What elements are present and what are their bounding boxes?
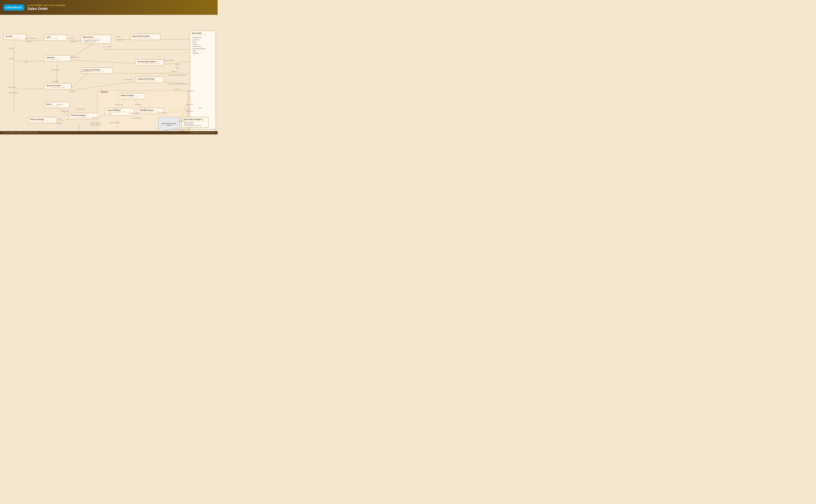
entity-product-category: Product Category ssot__ProductCategory__… xyxy=(69,113,99,119)
header-subtitle: CUSTOMER 360 DATA MODEL xyxy=(28,4,66,7)
header: salesforce CUSTOMER 360 DATA MODEL Sales… xyxy=(0,0,218,15)
diagram: Account ssot__Account__dlm Lead ssot__Le… xyxy=(0,15,218,134)
entity-opportunity: Opportunity ssot__Opportunity__dlm Engag… xyxy=(81,35,111,44)
rel-billed-to-2: billed to xyxy=(175,89,179,90)
rel-originated-in-2: originated in xyxy=(187,90,194,92)
entity-account-contact: Account Contact ssot__AccountContact__dl… xyxy=(44,83,71,89)
rel-belongs-to: belongs to xyxy=(57,123,63,124)
rel-primarily-bundled: primarily bundled in xyxy=(129,112,140,114)
rel-contains-2: contains xyxy=(58,118,62,120)
entity-master-product: Master Product ssot__MasterProduct__dlm xyxy=(119,93,146,99)
svg-line-8 xyxy=(69,44,93,58)
rel-results-in-2: results in xyxy=(107,46,112,47)
product-label: Product xyxy=(100,91,108,93)
footer: ©2022 Salesforce – Subject to change wit… xyxy=(0,131,218,134)
sfdc-note: Detailed Salesforce notation for product… xyxy=(170,129,216,130)
rel-marketed-as: marketed as xyxy=(62,110,69,112)
rel-ordered-person-2: ordered for person contacted via xyxy=(168,83,186,85)
svg-line-14 xyxy=(58,107,69,117)
rel-represented-by: represented by xyxy=(51,69,59,71)
rel-parent-category: Parent Category xyxy=(76,108,85,110)
salesforce-logo: salesforce xyxy=(3,4,24,11)
entity-lead: Lead ssot__Lead__dlm xyxy=(44,35,67,41)
rel-contains-3: contains xyxy=(198,107,202,109)
rel-sku-of-1: a sku of xyxy=(113,108,118,110)
rel-used-to-charge: used to charge for xyxy=(110,122,119,123)
rel-contains: contains xyxy=(115,36,120,38)
rel-an-item-on-2: an item on xyxy=(198,119,203,120)
rel-delivery-location: delivery location for xyxy=(163,60,174,61)
rel-description-of-2: description of xyxy=(135,104,142,105)
header-text: CUSTOMER 360 DATA MODEL Sales Order xyxy=(28,4,66,11)
header-title: Sales Order xyxy=(28,7,66,11)
footer-last-modified: Last modified: Aug 31, 2022 7:52 AM xyxy=(190,132,214,134)
rel-billed-to-1: billed to xyxy=(175,63,179,65)
entity-sales-order-product: Sales Order Product ssot__SalesOrderProd… xyxy=(181,117,209,128)
entity-individual: Individual ssot__Individual__dlm xyxy=(44,55,70,61)
entity-opportunity-product: Opportunity Product ssot__OpportunityPro… xyxy=(130,34,161,40)
rel-an-item-on: an item on xyxy=(117,39,123,41)
rel-billed-for-2: billed for xyxy=(70,91,75,92)
rel-billed-for: billed for xyxy=(9,47,14,49)
svg-line-9 xyxy=(69,60,135,63)
svg-line-12 xyxy=(69,82,135,91)
rel-primary-category: primary category is xyxy=(90,122,101,123)
rel-description-of-1: description of xyxy=(115,104,123,105)
rel-contact-point-for-1: contact point for xyxy=(81,71,89,72)
rel-sku-of-2: a sku of xyxy=(142,108,146,110)
user-device-session-attr: User Device Session xyxy=(191,48,214,50)
rel-owns: owns xyxy=(25,61,28,63)
footer-copyright: ©2022 Salesforce – Subject to change wit… xyxy=(3,132,38,134)
rel-categorizes: categorizes xyxy=(92,117,98,118)
rel-purchase-of: purchase of xyxy=(179,120,185,122)
entity-contact-point-email: Contact Point Email ssot__ContactPointEm… xyxy=(135,77,164,83)
rel-contact-person: contact person for xyxy=(9,92,18,93)
entity-contact-point-address: Contact Point Address ssot__ContactPoint… xyxy=(135,59,164,66)
rel-owned-by: owned by xyxy=(9,58,14,59)
rel-originated-in: originated in xyxy=(70,41,77,42)
rel-represents: represents xyxy=(52,81,58,82)
rel-contacted-via: contacted via xyxy=(8,86,15,88)
rel-was-converted: was converted from xyxy=(26,38,36,39)
rel-is-delivered-in-2: is delivered in xyxy=(186,104,193,105)
rel-primary-bundle-for: primary bundle for xyxy=(132,117,142,119)
rel-converted-to: converted to xyxy=(26,41,33,42)
rel-delivers-1: delivers xyxy=(165,129,169,131)
rel-purchased-on: is purchased on xyxy=(158,112,167,113)
svg-line-11 xyxy=(69,73,88,90)
rel-purchased-by: purchased by xyxy=(71,56,78,58)
rel-contact-point-for-2: contact point for xyxy=(124,79,132,80)
entity-account: Account ssot__Account__dlm xyxy=(3,34,26,40)
entity-contact-point-phone: Contact Point Phone ssot__ContactPointPh… xyxy=(81,68,113,74)
rel-ordered-person-1: ordered for person contacted via xyxy=(168,74,186,76)
rel-sold-to: sold to xyxy=(176,67,180,69)
rel-defined-by: defined by xyxy=(57,104,63,105)
rel-parent-order: Parent Order xyxy=(186,110,193,112)
entity-goods-product: Goods Product ssot__GoodsProduct__dlm Br… xyxy=(105,108,134,116)
entity-product-catalog: Product Catalog ssot__ProductCatalog__dl… xyxy=(28,117,57,123)
rel-primary-category-via: primary category via xyxy=(90,124,101,126)
rel-shipped-to: shipped to xyxy=(171,71,177,72)
rel-results-in-1: results in xyxy=(70,38,74,39)
